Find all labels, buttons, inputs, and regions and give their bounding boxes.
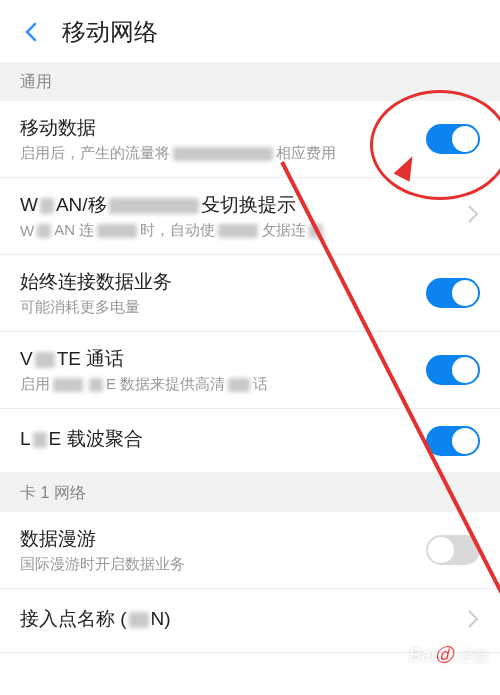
mobile-data-title: 移动数据: [20, 115, 426, 141]
row-mobile-data[interactable]: 移动数据 启用后，产生的流量将相应费用: [0, 101, 500, 178]
always-connect-toggle[interactable]: [426, 278, 480, 308]
wlan-switch-sub: WAN 连时，自动使攵据连: [20, 221, 458, 240]
carrier-agg-toggle[interactable]: [426, 426, 480, 456]
page-title: 移动网络: [62, 16, 158, 48]
row-carrier-agg[interactable]: LE 载波聚合: [0, 409, 500, 473]
row-roaming[interactable]: 数据漫游 国际漫游时开启数据业务: [0, 512, 500, 589]
row-volte[interactable]: VTE 通话 启用E 数据来提供高清话: [0, 332, 500, 409]
apn-title: 接入点名称 (N): [20, 606, 458, 632]
volte-title: VTE 通话: [20, 346, 426, 372]
always-connect-title: 始终连接数据业务: [20, 269, 426, 295]
chevron-right-icon: [466, 203, 480, 229]
watermark: Baiⓓ 经验: [409, 643, 488, 667]
back-icon[interactable]: [20, 20, 44, 44]
mobile-data-toggle[interactable]: [426, 124, 480, 154]
volte-sub: 启用E 数据来提供高清话: [20, 375, 426, 394]
row-always-connect[interactable]: 始终连接数据业务 可能消耗更多电量: [0, 255, 500, 332]
header: 移动网络: [0, 0, 500, 62]
carrier-agg-title: LE 载波聚合: [20, 426, 426, 452]
section-header-sim1: 卡 1 网络: [0, 473, 500, 512]
always-connect-sub: 可能消耗更多电量: [20, 298, 426, 317]
mobile-data-sub: 启用后，产生的流量将相应费用: [20, 144, 426, 163]
section-header-general: 通用: [0, 62, 500, 101]
roaming-title: 数据漫游: [20, 526, 426, 552]
volte-toggle[interactable]: [426, 355, 480, 385]
chevron-right-icon: [466, 608, 480, 634]
roaming-toggle[interactable]: [426, 535, 480, 565]
wlan-switch-title: WAN/移殳切换提示: [20, 192, 458, 218]
roaming-sub: 国际漫游时开启数据业务: [20, 555, 426, 574]
row-wlan-switch[interactable]: WAN/移殳切换提示 WAN 连时，自动使攵据连: [0, 178, 500, 255]
